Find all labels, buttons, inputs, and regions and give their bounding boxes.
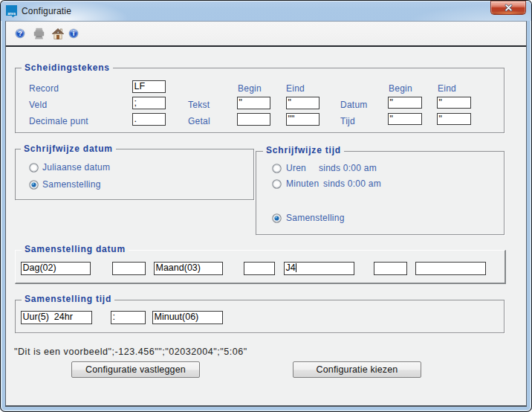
svg-text:?: ? [18, 30, 22, 37]
svg-text:anva: anva [7, 12, 16, 16]
svg-text:i: i [73, 30, 75, 37]
